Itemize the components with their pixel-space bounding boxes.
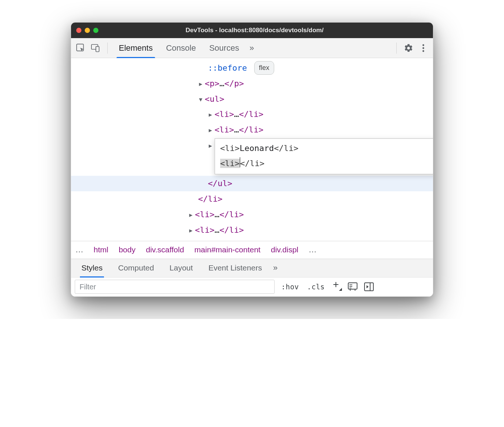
toggle-classes-button[interactable]: .cls (306, 283, 326, 291)
kebab-menu-icon[interactable] (417, 41, 430, 55)
devtools-window: DevTools - localhost:8080/docs/devtools/… (71, 22, 433, 297)
more-subtabs-icon[interactable]: » (270, 263, 280, 273)
styles-filter-input[interactable] (75, 280, 275, 294)
expand-arrow-icon[interactable]: ▶ (208, 141, 213, 151)
svg-point-3 (423, 44, 424, 46)
dom-node[interactable]: ▶<li>…</li> (71, 107, 433, 122)
expand-arrow-icon[interactable]: ▶ (188, 210, 194, 221)
flex-badge[interactable]: flex (254, 61, 274, 75)
tab-elements[interactable]: Elements (113, 38, 159, 58)
settings-icon[interactable] (402, 41, 415, 55)
toggle-sidebar-icon[interactable] (364, 282, 375, 291)
tab-sources[interactable]: Sources (203, 38, 245, 58)
breadcrumb-item[interactable]: body (119, 245, 136, 254)
svg-point-5 (423, 50, 424, 52)
subtab-event-listeners[interactable]: Event Listeners (201, 259, 269, 277)
subtab-styles[interactable]: Styles (74, 259, 110, 277)
breadcrumb[interactable]: … html body div.scaffold main#main-conte… (71, 241, 433, 259)
dom-edit-row[interactable]: ▶<li>Leonard</li> <li></li> (71, 138, 433, 176)
styles-filter-bar: :hov .cls (71, 277, 433, 296)
dom-node[interactable]: ▼<ul> (71, 91, 433, 107)
device-toolbar-icon[interactable] (89, 41, 102, 55)
breadcrumb-item[interactable]: html (94, 245, 108, 254)
dom-node[interactable]: </li> (71, 191, 433, 207)
collapse-arrow-icon[interactable]: ▼ (198, 94, 203, 105)
svg-rect-2 (96, 46, 99, 51)
window-title: DevTools - localhost:8080/docs/devtools/… (81, 27, 428, 34)
expand-arrow-icon[interactable]: ▶ (208, 125, 213, 136)
expand-arrow-icon[interactable]: ▶ (208, 110, 213, 120)
tab-console[interactable]: Console (160, 38, 202, 58)
toolbar-divider (107, 43, 108, 54)
breadcrumb-overflow-right[interactable]: … (309, 245, 316, 255)
expand-arrow-icon[interactable]: ▶ (198, 79, 203, 90)
breadcrumb-item[interactable]: div.displ (271, 245, 298, 254)
more-tabs-icon[interactable]: » (246, 43, 257, 53)
computed-styles-icon[interactable] (348, 282, 359, 291)
html-edit-box[interactable]: <li>Leonard</li> <li></li> (215, 138, 433, 174)
svg-rect-7 (364, 283, 373, 291)
svg-point-4 (423, 47, 424, 49)
dom-node[interactable]: ▶<li>…</li> (71, 222, 433, 238)
inspect-element-icon[interactable] (74, 41, 87, 55)
breadcrumb-overflow-left[interactable]: … (75, 245, 83, 255)
dom-node[interactable]: ▶<li>…</li> (71, 207, 433, 222)
close-window-button[interactable] (76, 28, 81, 33)
subtab-layout[interactable]: Layout (162, 259, 200, 277)
dom-node[interactable]: ▶<li>…</li> (71, 122, 433, 138)
dom-node-selected[interactable]: </ul> (71, 176, 433, 191)
dom-node[interactable]: ▶<p>…</p> (71, 76, 433, 91)
breadcrumb-item[interactable]: div.scaffold (146, 245, 184, 254)
styles-tabbar: Styles Computed Layout Event Listeners » (71, 259, 433, 277)
new-style-rule-icon[interactable] (332, 281, 343, 293)
main-tabbar: Elements Console Sources » (71, 38, 433, 58)
toggle-hover-button[interactable]: :hov (280, 283, 300, 291)
dom-tree[interactable]: ::before flex ▶<p>…</p> ▼<ul> ▶<li>…</li… (71, 58, 433, 241)
titlebar: DevTools - localhost:8080/docs/devtools/… (71, 23, 433, 38)
toolbar-divider (396, 43, 397, 54)
expand-arrow-icon[interactable]: ▶ (188, 225, 194, 236)
subtab-computed[interactable]: Computed (111, 259, 161, 277)
dom-pseudo-before[interactable]: ::before flex (71, 60, 433, 76)
svg-rect-0 (77, 44, 83, 51)
breadcrumb-item[interactable]: main#main-content (194, 245, 261, 254)
